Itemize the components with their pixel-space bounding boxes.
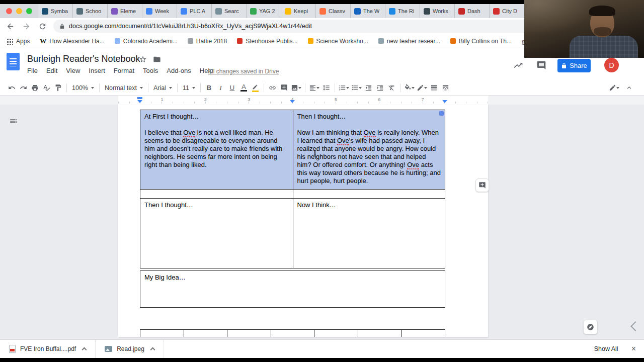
text-color-button[interactable]: A (238, 82, 250, 94)
numbered-list-button[interactable] (338, 82, 350, 94)
show-all-downloads-button[interactable]: Show All (594, 345, 631, 352)
spellcheck-button[interactable] (41, 82, 52, 94)
print-button[interactable] (29, 82, 41, 94)
browser-tab[interactable]: PLC A (177, 4, 212, 18)
add-comment-button[interactable] (475, 178, 489, 192)
star-icon[interactable] (139, 55, 148, 64)
big-idea-cell[interactable]: My Big Idea… (140, 270, 445, 308)
decrease-indent-button[interactable] (363, 82, 374, 94)
download-item[interactable]: Read.jpeg (96, 340, 164, 358)
bulleted-list-button[interactable] (350, 82, 363, 94)
download-item[interactable]: FVE Iron Buffal....pdf (0, 340, 96, 358)
menu-addons[interactable]: Add-ons (167, 67, 191, 74)
save-status[interactable]: All changes saved in Drive (208, 68, 279, 75)
table-cell-empty[interactable] (140, 190, 293, 198)
browser-tab[interactable]: Dash (455, 4, 490, 18)
insert-link-button[interactable] (267, 82, 278, 94)
browser-tab[interactable]: Eleme (108, 4, 142, 18)
bookmark-item[interactable]: new teaher resear... (378, 38, 440, 45)
font-select[interactable]: Arial (151, 82, 175, 94)
share-button[interactable]: Share (557, 59, 591, 72)
italic-button[interactable]: I (215, 82, 226, 94)
browser-tab[interactable]: YAG 2 (247, 4, 281, 18)
bookmark-item[interactable]: WHow Alexander Ha... (40, 38, 104, 45)
bookmark-item[interactable]: Billy Collins on Th... (450, 38, 512, 45)
right-indent-marker[interactable] (442, 100, 447, 103)
apps-shortcut[interactable]: Apps (6, 38, 30, 45)
font-size-select[interactable]: 11 (180, 82, 198, 94)
browser-tab[interactable]: Week (142, 4, 177, 18)
table-cell-then-2[interactable]: Then I thought… (140, 199, 293, 268)
forward-button[interactable] (21, 21, 31, 31)
chevron-up-icon[interactable] (150, 347, 155, 352)
browser-tab[interactable]: The W (351, 4, 385, 18)
increase-indent-button[interactable] (374, 82, 386, 94)
browser-tab[interactable]: Works (420, 4, 455, 18)
editing-mode-button[interactable] (608, 82, 620, 94)
browser-tab[interactable]: Classv (316, 4, 351, 18)
explore-button[interactable] (583, 320, 598, 334)
menu-edit[interactable]: Edit (46, 67, 57, 74)
paragraph-style-select[interactable]: Normal text (102, 82, 145, 94)
browser-tab[interactable]: City D (490, 4, 524, 18)
border-color-button[interactable] (416, 82, 428, 94)
chevron-down-icon (169, 87, 172, 89)
menu-file[interactable]: File (27, 67, 38, 74)
back-button[interactable] (5, 21, 15, 31)
chevron-down-icon (140, 87, 143, 89)
bookmark-item[interactable]: Science Worksho... (308, 38, 368, 45)
bookmark-item[interactable]: Stenhouse Publis... (237, 38, 297, 45)
table-cell-now-i-think[interactable]: Now I think… (293, 199, 445, 268)
move-to-folder-icon[interactable] (153, 55, 162, 64)
browser-tab[interactable]: Searc (212, 4, 247, 18)
menu-format[interactable]: Format (114, 67, 134, 74)
menu-insert[interactable]: Insert (89, 67, 105, 74)
comment-history-icon[interactable] (536, 60, 547, 71)
google-docs-icon[interactable] (7, 53, 20, 70)
border-dash-button[interactable] (440, 82, 451, 94)
collapse-toolbar-button[interactable] (623, 82, 635, 94)
browser-tab[interactable]: The Ri (385, 4, 420, 18)
first-line-indent-marker[interactable] (137, 97, 142, 99)
menu-view[interactable]: View (66, 67, 80, 74)
insert-image-button[interactable] (290, 82, 302, 94)
tab-favicon-icon (215, 8, 222, 15)
table-cell-at-first[interactable]: At First I thought… I believe that Ove i… (140, 110, 293, 189)
side-panel-chevron[interactable] (630, 321, 640, 331)
zoom-select[interactable]: 100% (69, 82, 97, 94)
paint-format-button[interactable] (52, 82, 64, 94)
bookmark-item[interactable]: Colorado Academi... (115, 38, 178, 45)
clear-formatting-button[interactable] (386, 82, 397, 94)
table-cell-empty[interactable] (293, 190, 445, 198)
highlight-color-button[interactable] (250, 82, 261, 94)
column-divider-marker[interactable] (290, 100, 295, 103)
browser-tab[interactable]: Keepi (281, 4, 316, 18)
close-downloads-bar-button[interactable]: × (631, 345, 644, 353)
line-spacing-button[interactable] (320, 82, 332, 94)
underline-button[interactable]: U (226, 82, 238, 94)
close-window-button[interactable] (6, 8, 12, 14)
menu-tools[interactable]: Tools (143, 67, 158, 74)
document-title[interactable]: Burleigh Reader's Notebook (27, 54, 140, 64)
document-outline-button[interactable] (9, 117, 19, 127)
browser-tab[interactable]: Schoo (73, 4, 108, 18)
document-page[interactable]: At First I thought… I believe that Ove i… (118, 105, 488, 337)
align-button[interactable] (308, 82, 320, 94)
left-indent-marker[interactable] (137, 100, 142, 103)
bookmark-item[interactable]: Hattie 2018 (188, 38, 227, 45)
undo-button[interactable] (6, 82, 18, 94)
browser-tab[interactable]: Symba (38, 4, 73, 18)
chevron-up-icon[interactable] (82, 347, 87, 352)
table-selection-handle[interactable] (439, 111, 444, 116)
cell-background-color-button[interactable] (403, 82, 416, 94)
bold-button[interactable]: B (203, 82, 215, 94)
reload-button[interactable] (37, 21, 47, 31)
redo-button[interactable] (18, 82, 29, 94)
border-width-button[interactable] (428, 82, 440, 94)
minimize-window-button[interactable] (16, 8, 22, 14)
activity-chart-icon[interactable] (513, 60, 524, 71)
insert-comment-button[interactable] (278, 82, 290, 94)
tab-favicon-icon (458, 8, 465, 15)
zoom-window-button[interactable] (26, 8, 32, 14)
account-avatar[interactable]: D (604, 58, 619, 72)
